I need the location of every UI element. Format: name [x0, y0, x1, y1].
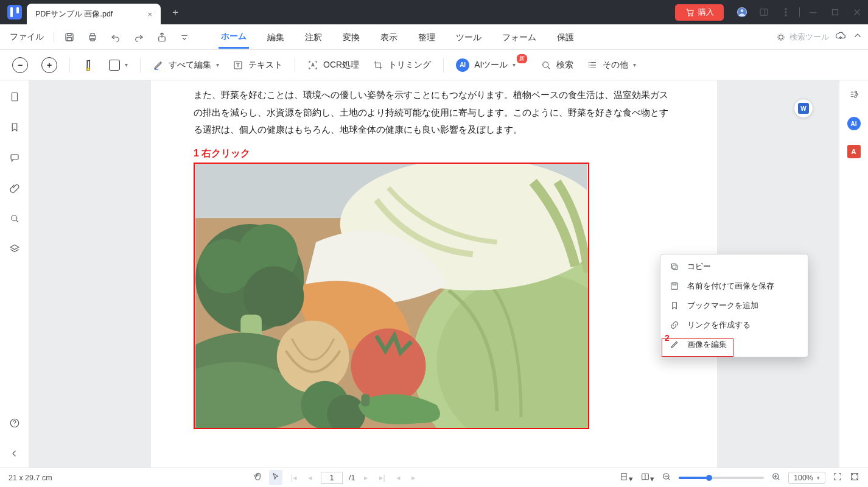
apps-sidebar-icon[interactable]: A	[847, 145, 861, 158]
purchase-label: 購入	[698, 7, 714, 18]
find-icon[interactable]	[9, 213, 20, 226]
undo-icon[interactable]	[105, 29, 126, 45]
minimize-button[interactable]	[805, 4, 822, 21]
new-tab-button[interactable]: ＋	[167, 4, 184, 21]
last-page-button[interactable]: ▸|	[377, 472, 388, 483]
prev-page-button[interactable]: ◂	[306, 472, 315, 483]
comments-icon[interactable]	[9, 152, 20, 166]
svg-rect-13	[91, 33, 94, 36]
window-panel-icon[interactable]	[755, 4, 772, 21]
close-tab-icon[interactable]: ×	[147, 10, 152, 19]
tab-comment[interactable]: 注釈	[303, 26, 324, 48]
attachments-icon[interactable]	[9, 183, 20, 196]
next-view-button[interactable]: ▸	[409, 472, 418, 483]
collapse-ribbon-icon[interactable]	[852, 30, 863, 43]
svg-rect-40	[671, 264, 676, 268]
context-menu: コピー 名前を付けて画像を保存 ブックマークを追加 リンクを作成する 画像を編集	[660, 254, 808, 357]
tab-convert[interactable]: 変換	[340, 26, 362, 48]
fit-page-button[interactable]	[833, 472, 842, 483]
ai-tools-button[interactable]: AI AIツール▾ 新	[453, 56, 530, 74]
zoom-slider[interactable]	[679, 477, 764, 479]
save-image-icon	[669, 281, 680, 291]
fullscreen-button[interactable]	[850, 472, 859, 483]
tab-organize[interactable]: 整理	[416, 26, 438, 48]
selected-image[interactable]	[194, 163, 589, 429]
page-layout-button[interactable]: ▾	[619, 472, 633, 483]
tab-tools[interactable]: ツール	[453, 26, 484, 48]
page: また、野菜を好むことは、環境への優しい姿勢を示すことにもつながります。植物ベース…	[151, 80, 717, 468]
svg-point-43	[855, 91, 856, 93]
text-button[interactable]: テキスト	[230, 57, 285, 73]
share-icon[interactable]	[152, 29, 172, 45]
edit-all-button[interactable]: すべて編集▾	[150, 57, 222, 73]
prev-view-button[interactable]: ◂	[394, 472, 403, 483]
properties-icon[interactable]	[849, 89, 859, 102]
layers-icon[interactable]	[9, 244, 20, 257]
document-tab[interactable]: PDFサンプル 画像.pdf ×	[27, 4, 161, 24]
ocr-button[interactable]: OCR処理	[305, 57, 362, 73]
left-sidebar	[0, 80, 29, 468]
ctx-add-bookmark[interactable]: ブックマークを追加	[660, 296, 808, 315]
shape-button[interactable]: ▾	[107, 57, 130, 73]
tab-edit[interactable]: 編集	[265, 26, 287, 48]
highlighter-button[interactable]	[80, 56, 98, 74]
convert-to-word-button[interactable]: W	[794, 99, 813, 118]
svg-point-30	[198, 239, 253, 293]
help-icon[interactable]	[9, 418, 20, 431]
ai-sidebar-icon[interactable]: AI	[847, 117, 861, 130]
print-icon[interactable]	[82, 29, 103, 45]
zoom-out-button[interactable]	[10, 55, 30, 75]
crop-button[interactable]: トリミング	[370, 57, 433, 73]
ctx-copy[interactable]: コピー	[660, 257, 808, 276]
crop-label: トリミング	[388, 60, 431, 71]
word-icon: W	[798, 103, 809, 114]
close-window-button[interactable]	[849, 4, 866, 21]
zoom-in-status-button[interactable]	[771, 472, 781, 483]
first-page-button[interactable]: |◂	[289, 472, 299, 483]
link-icon	[669, 320, 680, 330]
tab-form[interactable]: フォーム	[500, 26, 539, 48]
zoom-out-status-button[interactable]	[662, 472, 671, 483]
pen-icon	[153, 60, 164, 71]
purchase-button[interactable]: 購入	[675, 4, 724, 21]
cart-icon	[685, 7, 695, 17]
list-icon	[587, 60, 598, 71]
menu-bar: ファイル ホーム 編集 注釈 変換 表示 整理 ツール フォーム 保護 検索ツー…	[0, 24, 868, 50]
search-tool-label: 検索ツール	[789, 32, 829, 43]
ribbon-tabs: ホーム 編集 注釈 変換 表示 整理 ツール フォーム 保護	[219, 25, 576, 49]
save-icon[interactable]	[59, 29, 80, 45]
zoom-value-dropdown[interactable]: 100%▾	[788, 472, 825, 484]
more-icon[interactable]	[777, 4, 794, 21]
tab-protect[interactable]: 保護	[555, 26, 576, 48]
svg-point-37	[351, 328, 426, 403]
cloud-sync-icon[interactable]	[835, 30, 846, 43]
thumbnails-icon[interactable]	[9, 91, 20, 105]
collapse-leftbar-icon[interactable]	[9, 448, 20, 461]
ctx-edit-image[interactable]: 画像を編集	[660, 335, 808, 354]
account-icon[interactable]	[733, 4, 751, 21]
rectangle-icon	[109, 60, 120, 71]
tab-home[interactable]: ホーム	[219, 25, 249, 49]
ctx-save-image[interactable]: 名前を付けて画像を保存	[660, 276, 808, 296]
hand-tool-icon[interactable]	[253, 472, 263, 483]
file-menu[interactable]: ファイル	[5, 29, 49, 45]
next-page-button[interactable]: ▸	[362, 472, 371, 483]
document-canvas[interactable]: また、野菜を好むことは、環境への優しい姿勢を示すことにもつながります。植物ベース…	[29, 80, 839, 468]
zoom-in-button[interactable]	[39, 55, 60, 75]
svg-rect-24	[195, 164, 587, 428]
page-number-input[interactable]	[321, 472, 343, 484]
search-tool[interactable]: 検索ツール	[776, 32, 829, 43]
more-button[interactable]: その他▾	[584, 57, 639, 73]
quick-access-chevron-icon[interactable]	[175, 30, 194, 44]
title-bar: PDFサンプル 画像.pdf × ＋ 購入	[0, 0, 868, 24]
search-button[interactable]: 検索	[538, 57, 576, 73]
select-tool-icon[interactable]	[269, 470, 282, 485]
tab-view[interactable]: 表示	[378, 26, 400, 48]
redo-icon[interactable]	[128, 29, 149, 45]
maximize-button[interactable]	[827, 4, 844, 21]
bookmarks-icon[interactable]	[9, 122, 20, 135]
reading-mode-button[interactable]: ▾	[640, 472, 654, 483]
svg-point-7	[785, 15, 786, 16]
ctx-create-link[interactable]: リンクを作成する	[660, 315, 808, 335]
vegetables-image	[195, 164, 588, 428]
